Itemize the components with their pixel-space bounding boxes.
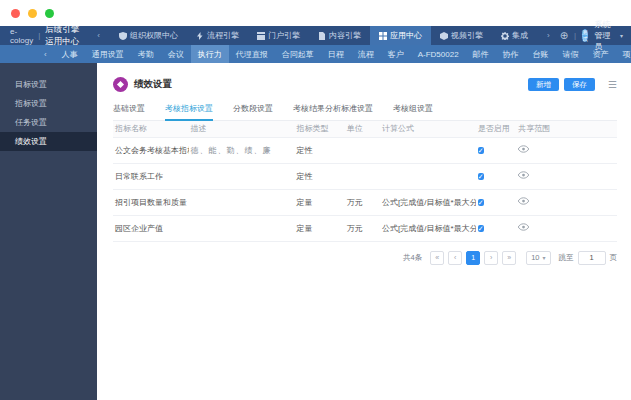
- gear-icon: [501, 32, 509, 40]
- close-window-button[interactable]: [11, 9, 20, 18]
- topnav-overflow-arrow-icon[interactable]: ›: [537, 26, 560, 45]
- enabled-checkbox[interactable]: ✓: [478, 147, 484, 154]
- maximize-window-button[interactable]: [45, 9, 54, 18]
- cell-unit: [345, 163, 380, 189]
- topnav-item-workflow-engine[interactable]: 流程引擎: [187, 26, 248, 45]
- page-suffix-label: 页: [610, 253, 618, 263]
- page-size-select[interactable]: 10 ▾: [526, 251, 550, 265]
- cell-indicator-name: 日常联系工作: [113, 163, 189, 189]
- eye-icon[interactable]: [518, 224, 529, 233]
- subnav-item-customer[interactable]: 客户: [381, 45, 411, 63]
- col-header-share-scope: 共享范围: [516, 121, 617, 137]
- col-header-description: 描述: [189, 121, 295, 137]
- jump-page-input[interactable]: [578, 251, 606, 265]
- sidebar-item-indicator-settings[interactable]: 指标设置: [0, 94, 97, 113]
- enabled-checkbox[interactable]: ✓: [478, 173, 484, 180]
- page-number-button[interactable]: 1: [466, 251, 480, 265]
- page-size-value: 10: [531, 253, 539, 262]
- subnav-item-execution[interactable]: 执行力: [191, 45, 229, 63]
- table-header-row: 指标名称 描述 指标类型 单位 计算公式 是否启用 共享范围: [113, 121, 617, 137]
- subnav-item-hr[interactable]: 人事: [55, 45, 85, 63]
- cell-indicator-type: 定量: [294, 189, 344, 215]
- sidebar-item-task-settings[interactable]: 任务设置: [0, 113, 97, 132]
- topnav-divider: |: [574, 31, 576, 40]
- subnav-item-attendance[interactable]: 考勤: [131, 45, 161, 63]
- topnav-item-content-engine[interactable]: 内容引擎: [309, 26, 370, 45]
- topnav-item-portal-engine[interactable]: 门户引擎: [248, 26, 309, 45]
- pagination: 共4条 « ‹ 1 › » 10 ▾ 跳至 页: [113, 251, 617, 265]
- tab-basic-settings[interactable]: 基础设置: [113, 103, 145, 120]
- last-page-button[interactable]: »: [502, 251, 516, 265]
- topnav-item-org-center[interactable]: 组织权限中心: [110, 26, 187, 45]
- cell-formula: [380, 163, 476, 189]
- topnav-item-label: 视频引擎: [451, 30, 483, 41]
- cell-indicator-name: 公文会务考核基本指标: [113, 137, 189, 163]
- enabled-checkbox[interactable]: ✓: [478, 225, 484, 232]
- user-avatar[interactable]: 测试: [582, 29, 588, 42]
- subnav-item-afd[interactable]: A-FD50022: [411, 45, 466, 63]
- subnav-item-general-settings[interactable]: 通用设置: [85, 45, 131, 63]
- tab-result-analysis-settings[interactable]: 考核结果分析标准设置: [293, 103, 373, 120]
- subnav-item-leave[interactable]: 请假: [556, 45, 586, 63]
- col-header-indicator-name: 指标名称: [113, 121, 189, 137]
- topnav-item-label: 应用中心: [390, 30, 422, 41]
- cell-enabled: ✓: [476, 189, 516, 215]
- table-row: 招引项目数量和质量 定量 万元 公式[完成值/目标值*最大分制] ✓: [113, 189, 617, 215]
- subnav-item-project[interactable]: 项目: [616, 45, 631, 63]
- chevron-down-icon[interactable]: ▾: [620, 32, 623, 39]
- bolt-icon: [196, 32, 204, 40]
- back-arrow-icon[interactable]: ‹: [36, 45, 55, 63]
- globe-icon[interactable]: ⊕: [560, 30, 568, 41]
- eye-icon[interactable]: [518, 198, 529, 207]
- table-row: 日常联系工作 定性 ✓: [113, 163, 617, 189]
- topnav-item-video-engine[interactable]: 视频引擎: [431, 26, 492, 45]
- col-header-formula: 计算公式: [380, 121, 476, 137]
- subnav-item-report[interactable]: 代理直报: [229, 45, 275, 63]
- subnav-item-asset[interactable]: 资产: [586, 45, 616, 63]
- topnav-item-label: 集成: [512, 30, 528, 41]
- settings-tabs: 基础设置 考核指标设置 分数段设置 考核结果分析标准设置 考核组设置: [113, 103, 617, 121]
- subnav-item-workflow[interactable]: 流程: [351, 45, 381, 63]
- performance-diamond-icon: [113, 77, 128, 92]
- save-button[interactable]: 保存: [564, 78, 595, 91]
- cell-unit: [345, 137, 380, 163]
- sidebar-item-performance-settings[interactable]: 绩效设置: [0, 132, 97, 151]
- tab-assessment-group-settings[interactable]: 考核组设置: [393, 103, 433, 120]
- tab-score-band-settings[interactable]: 分数段设置: [233, 103, 273, 120]
- cell-description: [189, 215, 295, 241]
- subnav-item-meeting[interactable]: 会议: [161, 45, 191, 63]
- topnav-item-integration[interactable]: 集成: [492, 26, 537, 45]
- add-button[interactable]: 新增: [528, 78, 559, 91]
- sidebar-item-goal-settings[interactable]: 目标设置: [0, 75, 97, 94]
- subnav-item-collaboration[interactable]: 协作: [496, 45, 526, 63]
- cell-indicator-name: 园区企业产值: [113, 215, 189, 241]
- top-navbar: e-cology | 后绩引擎运用中心 ‹ 组织权限中心 流程引擎 门户引擎 内…: [0, 26, 631, 45]
- cell-formula: 公式[完成值/目标值*最大分制]: [380, 215, 476, 241]
- col-header-unit: 单位: [345, 121, 380, 137]
- cell-indicator-type: 定性: [294, 137, 344, 163]
- subnav-item-schedule[interactable]: 日程: [321, 45, 351, 63]
- enabled-checkbox[interactable]: ✓: [478, 199, 484, 206]
- prev-page-button[interactable]: ‹: [448, 251, 462, 265]
- cell-formula: 公式[完成值/目标值*最大分制]: [380, 189, 476, 215]
- subnav-item-mail[interactable]: 邮件: [466, 45, 496, 63]
- cell-indicator-type: 定性: [294, 163, 344, 189]
- minimize-window-button[interactable]: [28, 9, 37, 18]
- subnav-item-contract[interactable]: 合同起草: [275, 45, 321, 63]
- eye-icon[interactable]: [518, 146, 529, 155]
- cell-share-scope: [516, 137, 617, 163]
- title-row: 绩效设置 新增 保存 ☰: [113, 77, 617, 92]
- subnav-item-ledger[interactable]: 台账: [526, 45, 556, 63]
- table-row: 园区企业产值 定量 万元 公式[完成值/目标值*最大分制] ✓: [113, 215, 617, 241]
- cell-share-scope: [516, 163, 617, 189]
- first-page-button[interactable]: «: [430, 251, 444, 265]
- collapse-arrow-icon[interactable]: ‹: [87, 26, 110, 45]
- hamburger-menu-icon[interactable]: ☰: [608, 80, 617, 90]
- cell-share-scope: [516, 189, 617, 215]
- topnav-item-app-center[interactable]: 应用中心: [370, 26, 431, 45]
- next-page-button[interactable]: ›: [484, 251, 498, 265]
- eye-icon[interactable]: [518, 172, 529, 181]
- tab-assessment-indicator-settings[interactable]: 考核指标设置: [165, 103, 213, 121]
- cell-share-scope: [516, 215, 617, 241]
- page-title: 绩效设置: [134, 78, 172, 91]
